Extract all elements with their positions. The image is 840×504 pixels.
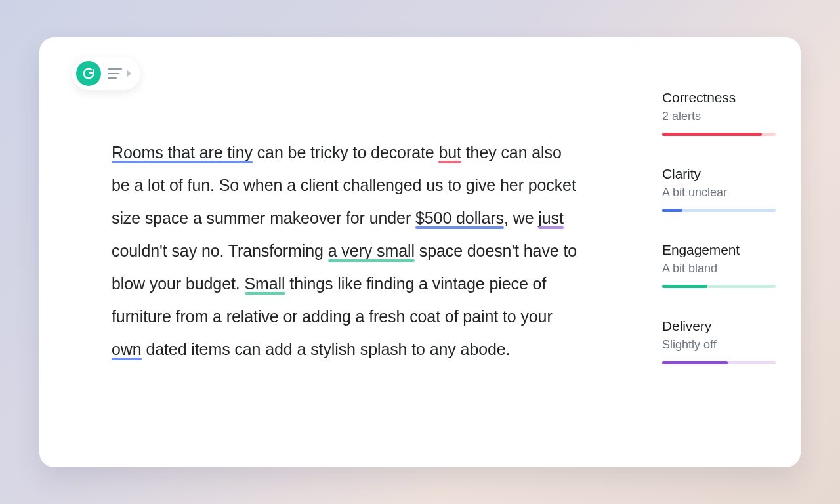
metric-subtitle: A bit unclear bbox=[662, 186, 776, 200]
metric-correctness[interactable]: Correctness2 alerts bbox=[662, 90, 776, 136]
menu-icon[interactable] bbox=[108, 68, 122, 79]
metric-title: Delivery bbox=[662, 318, 776, 334]
metric-progress-bar bbox=[662, 133, 776, 136]
sidebar: Correctness2 alertsClarityA bit unclearE… bbox=[637, 37, 801, 467]
underlined-phrase[interactable]: $500 dollars bbox=[415, 209, 504, 227]
underlined-phrase[interactable]: pocket size bbox=[112, 176, 576, 227]
g-arrow-icon bbox=[81, 66, 96, 81]
metric-engagement[interactable]: EngagementA bit bland bbox=[662, 242, 776, 288]
underlined-phrase[interactable]: but bbox=[438, 143, 461, 161]
metric-delivery[interactable]: DeliverySlightly off bbox=[662, 318, 776, 364]
metric-subtitle: Slightly off bbox=[662, 338, 776, 352]
main-pane: Rooms that are tiny can be tricky to dec… bbox=[39, 37, 637, 467]
metric-title: Clarity bbox=[662, 166, 776, 182]
expand-chevron-icon[interactable] bbox=[127, 70, 131, 77]
toolbar-pill[interactable] bbox=[72, 57, 140, 90]
document-text[interactable]: Rooms that are tiny can be tricky to dec… bbox=[112, 136, 584, 366]
metric-progress-bar bbox=[662, 209, 776, 212]
underlined-phrase[interactable]: a very small bbox=[328, 242, 415, 260]
metric-title: Correctness bbox=[662, 90, 776, 106]
metric-subtitle: 2 alerts bbox=[662, 110, 776, 123]
metric-progress-bar bbox=[662, 361, 776, 364]
metric-title: Engagement bbox=[662, 242, 776, 258]
metric-subtitle: A bit bland bbox=[662, 262, 776, 276]
underlined-phrase[interactable]: own bbox=[112, 340, 142, 358]
metric-clarity[interactable]: ClarityA bit unclear bbox=[662, 166, 776, 212]
underlined-phrase[interactable]: Small bbox=[245, 274, 285, 293]
metric-progress-bar bbox=[662, 285, 776, 288]
underlined-phrase[interactable]: Rooms that are tiny bbox=[112, 143, 253, 161]
underlined-phrase[interactable]: just bbox=[538, 209, 564, 227]
editor-card: Rooms that are tiny can be tricky to dec… bbox=[39, 37, 801, 467]
grammarly-logo-icon[interactable] bbox=[76, 61, 101, 86]
